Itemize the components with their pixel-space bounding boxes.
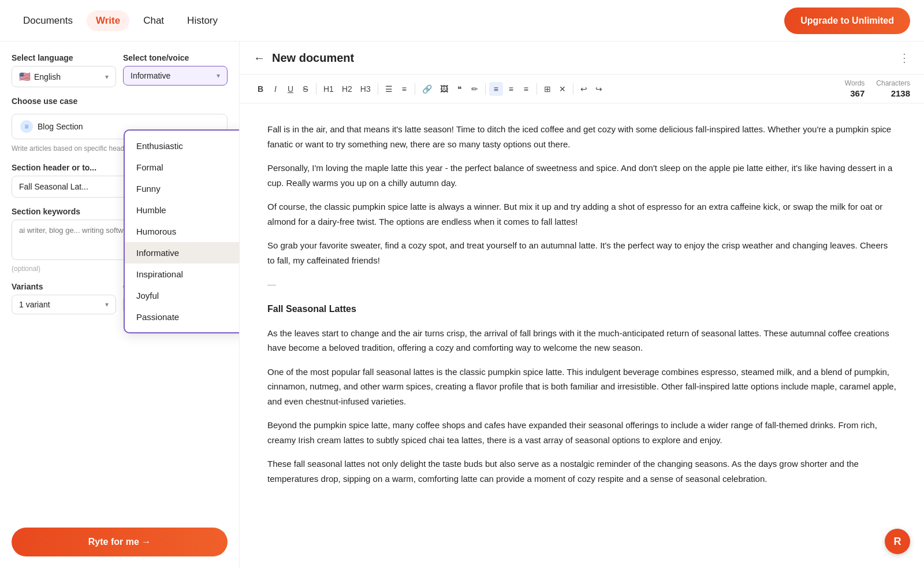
language-select[interactable]: 🇺🇸 English ▾ (12, 66, 116, 87)
chevron-down-icon-tone: ▾ (217, 72, 220, 80)
dropdown-item-enthusiastic[interactable]: Enthusiastic (125, 135, 240, 157)
language-label: Select language (12, 53, 116, 62)
dropdown-item-informative[interactable]: Informative (125, 242, 240, 263)
toolbar-separator-4 (485, 83, 486, 95)
toolbar-separator-1 (316, 83, 316, 95)
align-left-button[interactable]: ≡ (489, 82, 503, 96)
app-header: Documents Write Chat History Upgrade to … (0, 0, 924, 42)
editor-divider: — (267, 277, 896, 292)
dropdown-item-humble[interactable]: Humble (125, 199, 240, 221)
more-options-icon[interactable]: ⋮ (899, 51, 910, 65)
word-character-count: Words 367 Characters 2138 (845, 79, 910, 98)
word-count-display: Words 367 (845, 79, 865, 98)
numbered-list-button[interactable]: ≡ (397, 82, 411, 96)
editor-content[interactable]: Fall is in the air, and that means it's … (240, 103, 924, 568)
align-right-button[interactable]: ≡ (519, 82, 533, 96)
dropdown-item-funny[interactable]: Funny (125, 178, 240, 199)
toolbar-separator-2 (378, 83, 378, 95)
language-group: Select language 🇺🇸 English ▾ (12, 53, 116, 87)
tone-group: Select tone/voice Informative ▾ (123, 53, 228, 87)
editor-paragraph: So grab your favorite sweater, find a co… (267, 238, 896, 268)
align-center-button[interactable]: ≡ (504, 82, 518, 96)
tone-select[interactable]: Informative ▾ (123, 66, 228, 86)
toolbar-separator-5 (536, 83, 537, 95)
dropdown-item-joyful[interactable]: Joyful (125, 285, 240, 306)
ryte-for-me-button[interactable]: Ryte for me → (12, 528, 228, 556)
language-value: English (34, 72, 61, 81)
quote-button[interactable]: ❝ (453, 82, 467, 96)
nav-documents[interactable]: Documents (14, 10, 82, 31)
editor-paragraph: One of the most popular fall seasonal la… (267, 365, 896, 409)
language-tone-row: Select language 🇺🇸 English ▾ Select tone… (12, 53, 228, 87)
editor-pane: ← New document ⋮ B I U S H1 H2 H3 ☰ ≡ 🔗 … (240, 42, 924, 568)
use-case-value: Blog Section (38, 122, 83, 131)
pen-button[interactable]: ✏ (468, 82, 482, 96)
redo-button[interactable]: ↪ (592, 82, 606, 96)
editor-header: ← New document ⋮ (240, 42, 924, 75)
toolbar-separator-3 (415, 83, 415, 95)
editor-paragraph: Fall is in the air, and that means it's … (267, 122, 896, 151)
document-title: New document (272, 51, 892, 65)
dropdown-item-humorous[interactable]: Humorous (125, 221, 240, 242)
back-arrow-icon[interactable]: ← (254, 51, 265, 65)
variants-value: 1 variant (19, 300, 50, 309)
italic-button[interactable]: I (269, 82, 282, 96)
use-case-label: Choose use case (12, 96, 228, 106)
dropdown-item-inspirational[interactable]: Inspirational (125, 263, 240, 285)
nav-write[interactable]: Write (87, 10, 129, 31)
nav-bar: Documents Write Chat History (14, 10, 784, 31)
nav-history[interactable]: History (178, 10, 227, 31)
dropdown-item-formal[interactable]: Formal (125, 157, 240, 178)
h2-button[interactable]: H2 (338, 82, 356, 96)
char-count-display: Characters 2138 (876, 79, 910, 98)
tone-dropdown: EnthusiasticFormalFunnyHumbleHumorousInf… (124, 129, 240, 333)
sidebar: Select language 🇺🇸 English ▾ Select tone… (0, 42, 240, 568)
editor-toolbar: B I U S H1 H2 H3 ☰ ≡ 🔗 🖼 ❝ ✏ ≡ ≡ ≡ ⊞ ✕ ↩… (240, 75, 924, 103)
editor-paragraph: Of course, the classic pumpkin spice lat… (267, 199, 896, 229)
chevron-down-icon: ▾ (105, 73, 109, 81)
editor-section-title: Fall Seasonal Lattes (267, 301, 896, 317)
flag-icon: 🇺🇸 (19, 71, 31, 82)
underline-button[interactable]: U (284, 82, 297, 96)
dropdown-item-passionate[interactable]: Passionate (125, 306, 240, 328)
h3-button[interactable]: H3 (357, 82, 374, 96)
chevron-variants-icon: ▾ (105, 300, 109, 309)
tone-value: Informative (131, 71, 170, 80)
editor-paragraph: As the leaves start to change and the ai… (267, 326, 896, 355)
variants-label: Variants (12, 282, 116, 291)
tone-label: Select tone/voice (123, 53, 228, 62)
toolbar-separator-6 (573, 83, 573, 95)
editor-paragraph: Personally, I'm loving the maple latte t… (267, 161, 896, 190)
strikethrough-button[interactable]: S (299, 82, 312, 96)
editor-paragraph: Beyond the pumpkin spice latte, many cof… (267, 418, 896, 447)
avatar-fab[interactable]: R (885, 529, 910, 554)
upgrade-button[interactable]: Upgrade to Unlimited (784, 8, 910, 34)
image-button[interactable]: 🖼 (437, 82, 452, 96)
bullet-list-button[interactable]: ☰ (382, 82, 396, 96)
use-case-icon: ≡ (20, 120, 33, 133)
bold-button[interactable]: B (254, 82, 267, 96)
variants-select[interactable]: 1 variant ▾ (12, 295, 116, 314)
undo-button[interactable]: ↩ (577, 82, 591, 96)
char-count-value: 2138 (891, 88, 910, 98)
editor-paragraph: These fall seasonal lattes not only deli… (267, 456, 896, 486)
main-layout: Select language 🇺🇸 English ▾ Select tone… (0, 42, 924, 568)
clear-format-button[interactable]: ✕ (556, 82, 569, 96)
word-count-value: 367 (850, 88, 865, 98)
table-button[interactable]: ⊞ (541, 82, 554, 96)
h1-button[interactable]: H1 (320, 82, 337, 96)
nav-chat[interactable]: Chat (134, 10, 173, 31)
variants-group: Variants 1 variant ▾ (12, 282, 116, 314)
optional-label: (optional) (12, 265, 40, 273)
link-button[interactable]: 🔗 (419, 82, 435, 96)
